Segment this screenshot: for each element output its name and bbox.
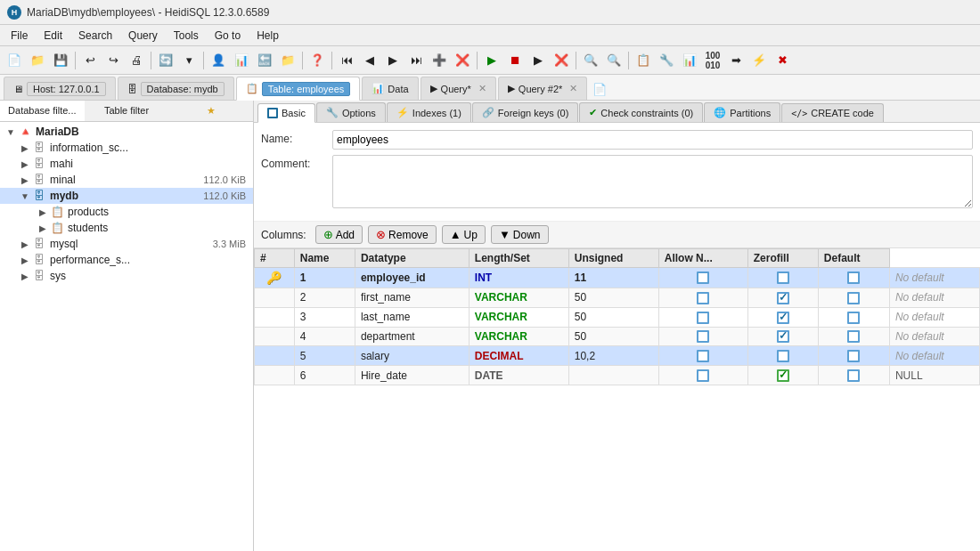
row1-allownull[interactable] [747,268,818,288]
tab-data[interactable]: 📊 Data [362,77,418,100]
table-row[interactable]: 🔑 1 employee_id INT 11 No default [255,268,980,288]
tb-binary[interactable]: 100010 [702,50,723,71]
tb-cancel[interactable]: ❌ [551,50,572,71]
tb-back[interactable]: 🔙 [254,50,275,71]
menu-search[interactable]: Search [71,28,119,44]
row1-zerofill[interactable] [818,268,889,288]
table-row[interactable]: 5 salary DECIMAL 10,2 No default [255,346,980,366]
tb-connect[interactable]: 👤 [208,50,229,71]
query1-close[interactable]: ✕ [478,83,486,94]
tab-checkconstraints[interactable]: ✔ Check constraints (0) [579,102,703,122]
add-column-button[interactable]: ⊕ Add [315,225,363,244]
createcode-icon: </> [791,109,807,118]
tree-item-performance[interactable]: ▶ 🗄 performance_s... [0,252,253,268]
tb-help[interactable]: ❓ [306,50,328,71]
tree-item-mydb[interactable]: ▼ 🗄 mydb 112.0 KiB [0,188,253,204]
tb-search2[interactable]: 🔍 [603,50,625,71]
row4-unsigned[interactable] [658,327,747,346]
row5-zerofill[interactable] [818,346,889,366]
tab-basic[interactable]: Basic [257,103,315,123]
table-row[interactable]: 3 last_name VARCHAR 50 No default [255,307,980,327]
name-input[interactable] [332,130,973,150]
row2-zerofill[interactable] [818,288,889,308]
row3-allownull[interactable] [747,307,818,327]
tb-undo[interactable]: ↩ [79,50,101,71]
tb-stop[interactable]: ⏹ [504,50,526,71]
row5-unsigned[interactable] [658,346,747,366]
tab-host[interactable]: 🖥 Host: 127.0.0.1 [4,77,116,100]
tab-database[interactable]: 🗄 Database: mydb [118,77,234,100]
tab-options[interactable]: 🔧 Options [316,102,386,122]
row5-allownull[interactable] [747,346,818,366]
tab-query2[interactable]: ▶ Query #2* ✕ [498,77,588,100]
comment-input[interactable] [332,155,973,208]
row2-allownull[interactable] [747,288,818,308]
tb-run2[interactable]: ▶ [527,50,549,71]
row6-unsigned[interactable] [658,366,747,385]
tb-table[interactable]: 📊 [231,50,252,71]
tree-item-mysql[interactable]: ▶ 🗄 mysql 3.3 MiB [0,236,253,252]
tb-run[interactable]: ▶ [481,50,502,71]
tab-table[interactable]: 📋 Table: employees [236,77,361,101]
table-row[interactable]: 2 first_name VARCHAR 50 No default [255,288,980,308]
tb-add-row[interactable]: ➕ [429,50,450,71]
tree-item-students[interactable]: ▶ 📋 students [0,220,253,236]
tab-createcode[interactable]: </> CREATE code [781,103,884,122]
row4-allownull[interactable] [747,327,818,346]
tb-next[interactable]: ▶ [382,50,404,71]
remove-column-button[interactable]: ⊗ Remove [368,225,437,244]
row6-allownull[interactable] [747,366,818,385]
row3-zerofill[interactable] [818,307,889,327]
down-column-button[interactable]: ▼ Down [491,225,549,244]
row1-unsigned[interactable] [658,268,747,288]
row6-zerofill[interactable] [818,366,889,385]
table-row[interactable]: 4 department VARCHAR 50 No default [255,327,980,346]
tree-item-mahi[interactable]: ▶ 🗄 mahi [0,156,253,172]
sidebar-tab-db-filter[interactable]: Database filte... [0,101,85,121]
tb-first[interactable]: ⏮ [336,50,357,71]
tb-close[interactable]: ✖ [772,50,793,71]
tree-item-products[interactable]: ▶ 📋 products [0,204,253,220]
tab-indexes[interactable]: ⚡ Indexes (1) [387,102,471,122]
tb-new-file[interactable]: 📄 [4,50,25,71]
menu-goto[interactable]: Go to [208,28,248,44]
row3-unsigned[interactable] [658,307,747,327]
sidebar-tab-star[interactable]: ★ [168,101,253,121]
tb-delete-row[interactable]: ❌ [452,50,473,71]
tb-clipboard[interactable]: 📋 [633,50,654,71]
tb-search[interactable]: 🔍 [580,50,601,71]
row2-unsigned[interactable] [658,288,747,308]
tb-folder[interactable]: 📁 [277,50,298,71]
tb-last[interactable]: ⏭ [405,50,427,71]
tab-partitions[interactable]: 🌐 Partitions [704,102,780,122]
tb-prev[interactable]: ◀ [359,50,380,71]
tab-add-button[interactable]: 📄 [589,78,610,100]
menu-help[interactable]: Help [249,28,286,44]
menu-file[interactable]: File [4,28,35,44]
tb-refresh-dropdown[interactable]: ▾ [178,50,200,71]
menu-tools[interactable]: Tools [167,28,206,44]
tb-redo[interactable]: ↪ [102,50,124,71]
tree-item-minal[interactable]: ▶ 🗄 minal 112.0 KiB [0,172,253,188]
tb-lightning[interactable]: ⚡ [748,50,770,71]
row6-default: NULL [889,366,979,385]
tb-arrow[interactable]: ➡ [725,50,747,71]
menu-edit[interactable]: Edit [37,28,69,44]
query2-close[interactable]: ✕ [569,83,577,94]
tab-query1[interactable]: ▶ Query* ✕ [421,77,496,100]
menu-query[interactable]: Query [121,28,165,44]
row4-zerofill[interactable] [818,327,889,346]
tab-foreignkeys[interactable]: 🔗 Foreign keys (0) [472,102,578,122]
tb-open[interactable]: 📁 [27,50,48,71]
tree-item-sys[interactable]: ▶ 🗄 sys [0,268,253,284]
sidebar-tab-table-filter[interactable]: Table filter [85,101,169,121]
tb-chart[interactable]: 📊 [679,50,700,71]
tree-root-mariadb[interactable]: ▼ 🔺 MariaDB [0,124,253,140]
tb-print[interactable]: 🖨 [126,50,147,71]
tb-settings[interactable]: 🔧 [656,50,677,71]
tb-save[interactable]: 💾 [50,50,71,71]
tb-refresh[interactable]: 🔄 [155,50,176,71]
table-row[interactable]: 6 Hire_date DATE NULL [255,366,980,385]
tree-item-information[interactable]: ▶ 🗄 information_sc... [0,140,253,156]
up-column-button[interactable]: ▲ Up [442,225,486,244]
